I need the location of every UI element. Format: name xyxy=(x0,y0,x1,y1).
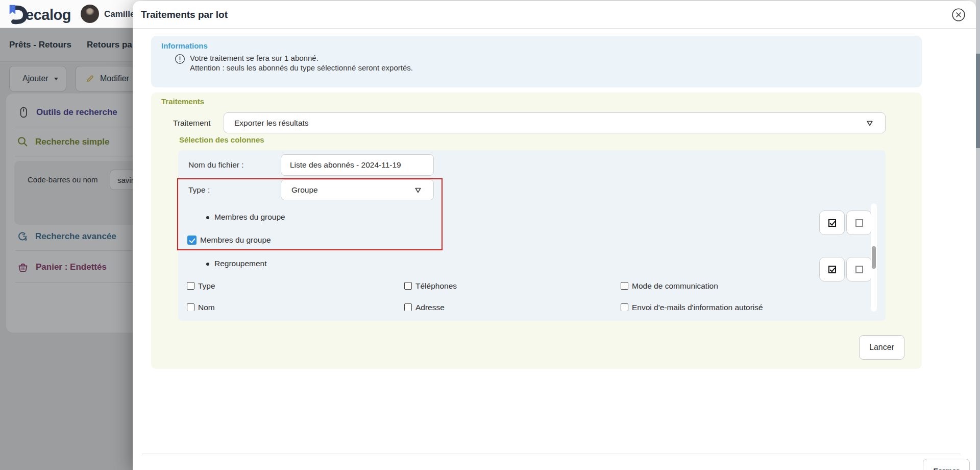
bullet-dot xyxy=(206,216,209,219)
column-option-mode-communication[interactable]: Mode de communication xyxy=(621,281,718,291)
info-message: Votre traitement se fera sur 1 abonné. A… xyxy=(190,54,413,73)
close-modal-button[interactable]: Fermer xyxy=(923,459,970,470)
column-selection-panel: Nom du fichier : Type : Groupe Membres d… xyxy=(178,150,886,321)
unchecked-box-icon xyxy=(855,266,863,273)
checkbox-unchecked[interactable] xyxy=(404,282,412,290)
regroupement-bullet: Regroupement xyxy=(214,258,267,269)
column-option-adresse[interactable]: Adresse xyxy=(404,302,445,311)
column-option-envoi-emails[interactable]: Envoi d'e-mails d'information autorisé xyxy=(621,302,763,311)
select-all-regroupement-button[interactable] xyxy=(819,257,845,281)
application-window: ecalog Camille T Prêts - Retours Retours… xyxy=(0,0,980,470)
info-line-1: Votre traitement se fera sur 1 abonné. xyxy=(190,54,413,63)
treatments-title: Traitements xyxy=(161,97,204,106)
type-select[interactable]: Groupe xyxy=(281,179,434,200)
checkbox-unchecked[interactable] xyxy=(404,303,412,311)
informations-title: Informations xyxy=(161,41,208,50)
treatment-select-value: Exporter les résultats xyxy=(234,113,309,133)
decalog-logo: ecalog xyxy=(7,4,71,26)
unchecked-box-icon xyxy=(855,219,863,227)
column-option-label: Mode de communication xyxy=(632,281,718,291)
group-members-bullet: Membres du groupe xyxy=(214,212,285,222)
chevron-down-icon xyxy=(865,118,875,128)
column-selection-viewport: Nom du fichier : Type : Groupe Membres d… xyxy=(178,150,886,311)
group-members-checkbox[interactable] xyxy=(187,236,197,245)
logo-d-icon xyxy=(7,4,28,26)
deselect-all-group-members-button[interactable] xyxy=(846,210,872,235)
informations-box: Informations Votre traitement se fera su… xyxy=(151,36,922,87)
column-option-telephones[interactable]: Téléphones xyxy=(404,281,457,291)
deselect-all-regroupement-button[interactable] xyxy=(846,257,872,281)
checkbox-unchecked[interactable] xyxy=(621,282,628,290)
modal-footer-divider xyxy=(142,454,961,454)
page-scrollbar-thumb[interactable] xyxy=(976,54,980,148)
info-line-2: Attention : seuls les abonnés du type sé… xyxy=(190,63,413,73)
user-avatar[interactable] xyxy=(81,5,99,23)
checkbox-unchecked[interactable] xyxy=(187,282,194,290)
type-label: Type : xyxy=(188,179,210,200)
chevron-down-icon xyxy=(413,185,423,195)
treatment-select[interactable]: Exporter les résultats xyxy=(224,112,886,133)
checked-box-icon xyxy=(828,266,836,273)
column-option-label: Envoi d'e-mails d'information autorisé xyxy=(632,302,763,311)
column-selection-title: Sélection des colonnes xyxy=(179,135,264,144)
checkbox-unchecked[interactable] xyxy=(621,303,628,311)
column-option-label: Nom xyxy=(198,302,215,311)
treatments-box: Traitements Traitement Exporter les résu… xyxy=(151,92,922,369)
column-option-label: Téléphones xyxy=(415,281,457,291)
batch-processing-modal: Traitements par lot Informations Votre t… xyxy=(133,1,976,470)
column-option-nom[interactable]: Nom xyxy=(187,302,215,311)
page-scrollbar[interactable] xyxy=(976,0,980,470)
column-option-type[interactable]: Type xyxy=(187,281,215,291)
select-all-group-members-button[interactable] xyxy=(819,210,845,235)
inner-scrollbar[interactable] xyxy=(871,203,877,312)
bullet-dot xyxy=(206,263,209,266)
inner-scrollbar-thumb[interactable] xyxy=(872,246,876,269)
column-option-label: Adresse xyxy=(415,302,445,311)
info-icon xyxy=(175,54,185,64)
group-members-checkbox-label[interactable]: Membres du groupe xyxy=(200,235,271,245)
logo-text: ecalog xyxy=(26,7,71,24)
treatment-label: Traitement xyxy=(173,112,211,133)
filename-input[interactable] xyxy=(281,154,434,176)
modal-title: Traitements par lot xyxy=(141,1,228,29)
close-icon[interactable] xyxy=(951,8,966,22)
checked-box-icon xyxy=(828,219,836,227)
checkbox-unchecked[interactable] xyxy=(187,303,194,311)
launch-button[interactable]: Lancer xyxy=(859,335,904,360)
modal-header: Traitements par lot xyxy=(133,1,976,29)
type-select-value: Groupe xyxy=(291,180,318,200)
filename-label: Nom du fichier : xyxy=(188,154,244,176)
column-option-label: Type xyxy=(198,281,215,291)
